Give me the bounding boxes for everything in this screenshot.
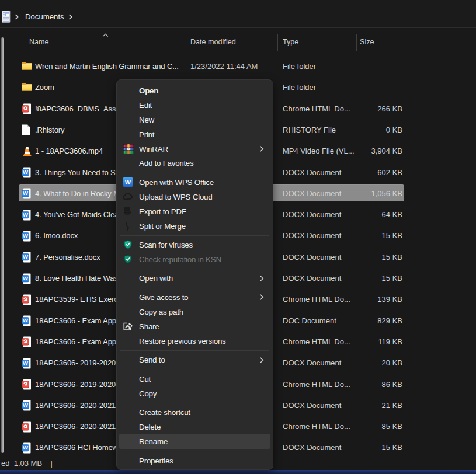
svg-text:W: W [125, 179, 131, 186]
svg-text:W: W [23, 190, 28, 197]
svg-text:W: W [23, 253, 28, 260]
svg-text:W: W [23, 169, 28, 175]
svg-text:W: W [23, 232, 28, 239]
svg-text:W: W [23, 360, 28, 366]
svg-text:W: W [23, 444, 28, 451]
svg-text:W: W [23, 402, 28, 409]
svg-text:W: W [23, 211, 28, 218]
svg-text:W: W [23, 275, 28, 281]
svg-text:W: W [23, 317, 28, 323]
